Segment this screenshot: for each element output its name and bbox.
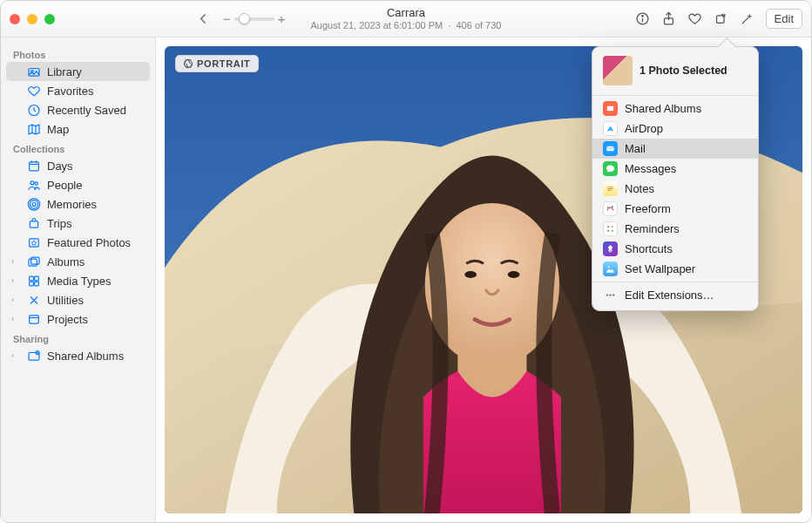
- photo-title: Carrara: [311, 7, 502, 19]
- share-option-messages[interactable]: Messages: [592, 159, 758, 179]
- share-selection-label: 1 Photo Selected: [639, 65, 727, 77]
- window-controls: [10, 14, 55, 24]
- sidebar-item-label: People: [47, 179, 82, 192]
- svg-rect-17: [31, 257, 39, 264]
- map-icon: [27, 122, 41, 136]
- favorite-button[interactable]: [684, 9, 707, 30]
- sidebar-item-recently-saved[interactable]: Recently Saved: [6, 100, 150, 119]
- share-option-label: AirDrop: [625, 122, 663, 135]
- sidebar-item-memories[interactable]: Memories: [6, 194, 150, 214]
- zoom-window-icon[interactable]: [44, 14, 55, 24]
- svg-point-10: [35, 181, 37, 184]
- zoom-knob[interactable]: [239, 13, 250, 24]
- svg-rect-20: [30, 282, 34, 286]
- back-button[interactable]: [192, 9, 214, 30]
- photo-date: August 21, 2023 at 6:01:00 PM: [311, 20, 443, 31]
- sidebar-item-label: Map: [47, 123, 69, 136]
- info-button[interactable]: [632, 9, 654, 30]
- sidebar-item-projects[interactable]: › Projects: [6, 309, 150, 329]
- sidebar-item-favorites[interactable]: Favorites: [6, 81, 150, 100]
- zoom-control[interactable]: − +: [223, 11, 286, 26]
- albums-icon: [27, 255, 41, 268]
- sidebar-item-label: Shared Albums: [47, 350, 124, 363]
- svg-rect-30: [607, 106, 613, 112]
- share-option-edit-extensions[interactable]: Edit Extensions…: [592, 285, 758, 305]
- more-icon: [603, 288, 618, 302]
- shared-albums-icon: [603, 101, 618, 116]
- share-option-set-wallpaper[interactable]: Set Wallpaper: [592, 259, 758, 279]
- zoom-slider[interactable]: [234, 17, 274, 21]
- sidebar-item-label: Utilities: [47, 294, 84, 307]
- share-option-label: Freeform: [625, 202, 671, 215]
- media-types-icon: [27, 274, 41, 288]
- titlebar: − + Carrara August 21, 2023 at 6:01:00 P…: [1, 1, 811, 37]
- sidebar-item-trips[interactable]: Trips: [6, 214, 150, 233]
- clock-icon: [27, 103, 41, 117]
- share-option-label: Shortcuts: [625, 242, 673, 255]
- messages-icon: [603, 161, 618, 176]
- photos-window: − + Carrara August 21, 2023 at 6:01:00 P…: [0, 0, 812, 523]
- share-option-reminders[interactable]: Reminders: [592, 219, 758, 239]
- share-thumbnail: [603, 56, 633, 85]
- sidebar-item-featured-photos[interactable]: Featured Photos: [6, 233, 150, 252]
- svg-point-43: [609, 294, 611, 295]
- share-option-shared-albums[interactable]: Shared Albums: [592, 98, 758, 119]
- zoom-in-icon[interactable]: +: [278, 11, 286, 26]
- svg-point-9: [30, 180, 34, 184]
- sidebar-item-utilities[interactable]: › Utilities: [6, 290, 150, 309]
- share-button[interactable]: [658, 9, 680, 30]
- chevron-right-icon: ›: [11, 351, 14, 360]
- utilities-icon: [27, 293, 41, 307]
- svg-rect-16: [29, 259, 37, 266]
- svg-point-42: [606, 294, 608, 295]
- share-option-airdrop[interactable]: AirDrop: [592, 119, 758, 139]
- sidebar-item-media-types[interactable]: › Media Types: [6, 271, 150, 290]
- share-option-label: Edit Extensions…: [625, 289, 714, 302]
- people-icon: [27, 178, 41, 192]
- sidebar-item-label: Favorites: [47, 85, 93, 98]
- sidebar-item-library[interactable]: Library: [6, 62, 150, 81]
- airdrop-icon: [603, 121, 618, 136]
- sidebar-item-people[interactable]: People: [6, 175, 150, 194]
- library-icon: [27, 65, 41, 78]
- zoom-out-icon[interactable]: −: [223, 11, 231, 26]
- sidebar-item-label: Projects: [47, 313, 88, 326]
- share-option-freeform[interactable]: Freeform: [592, 199, 758, 219]
- sidebar-item-label: Recently Saved: [47, 104, 126, 117]
- chevron-right-icon: ›: [11, 257, 14, 266]
- svg-point-44: [612, 294, 614, 295]
- photo-subtitle: August 21, 2023 at 6:01:00 PM · 406 of 7…: [311, 20, 502, 31]
- share-option-label: Notes: [625, 182, 654, 195]
- sidebar-item-days[interactable]: Days: [6, 156, 150, 175]
- projects-icon: [27, 312, 41, 326]
- featured-icon: [27, 235, 41, 249]
- svg-rect-18: [30, 276, 34, 281]
- sidebar-section-photos: Photos: [1, 44, 155, 62]
- chevron-right-icon: ›: [11, 315, 14, 323]
- share-option-notes[interactable]: Notes: [592, 179, 758, 199]
- divider: [592, 282, 758, 282]
- portrait-badge: PORTRAIT: [175, 55, 259, 72]
- svg-rect-22: [30, 315, 39, 323]
- close-icon[interactable]: [10, 14, 20, 24]
- sidebar-item-map[interactable]: Map: [6, 119, 150, 139]
- sidebar-section-collections: Collections: [1, 139, 155, 156]
- minimize-icon[interactable]: [27, 14, 37, 24]
- sidebar-item-albums[interactable]: › Albums: [6, 252, 150, 271]
- edit-button[interactable]: Edit: [766, 9, 802, 29]
- rotate-button[interactable]: [710, 9, 733, 30]
- share-option-mail[interactable]: Mail: [592, 139, 758, 159]
- sidebar-item-label: Library: [47, 65, 82, 78]
- svg-point-28: [508, 271, 520, 278]
- share-option-shortcuts[interactable]: Shortcuts: [592, 239, 758, 259]
- main-viewer: PORTRAIT 1 Photo Selected Shared Albums …: [156, 37, 811, 522]
- autoenhance-button[interactable]: [736, 9, 759, 30]
- svg-rect-32: [606, 146, 613, 152]
- svg-rect-21: [35, 282, 39, 286]
- svg-point-12: [30, 200, 37, 207]
- sidebar-item-label: Albums: [47, 255, 85, 268]
- sidebar-item-shared-albums[interactable]: › Shared Albums: [6, 346, 150, 365]
- svg-rect-14: [30, 221, 37, 227]
- aperture-icon: [183, 58, 193, 69]
- reminders-icon: [603, 221, 618, 236]
